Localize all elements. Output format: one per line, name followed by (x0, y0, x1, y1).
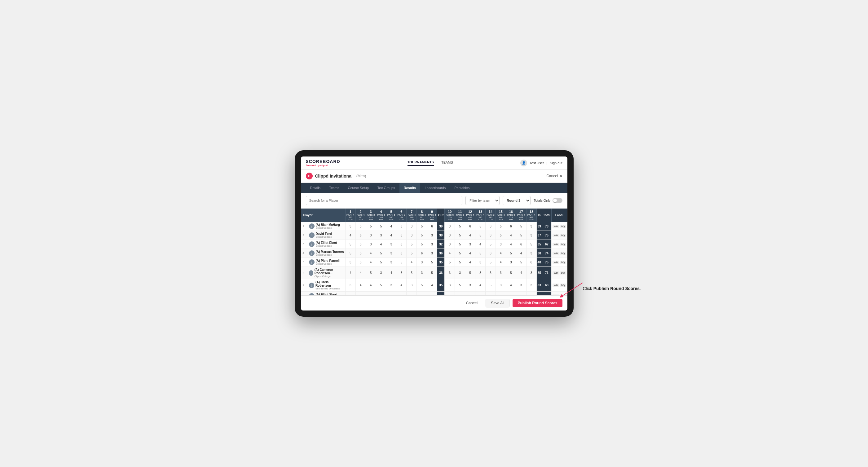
score-in-5[interactable]: 5 (486, 240, 496, 249)
score-out-9[interactable]: 3 (427, 240, 437, 249)
score-in-9[interactable]: 3 (526, 231, 536, 240)
filter-by-team-select[interactable]: Filter by team (465, 196, 500, 205)
score-in-1[interactable]: 3 (445, 231, 455, 240)
score-in-8[interactable]: 4 (516, 267, 526, 279)
tab-details[interactable]: Details (306, 183, 325, 193)
search-input[interactable] (306, 196, 463, 205)
score-in-2[interactable]: 5 (455, 231, 465, 240)
cancel-tournament-button[interactable]: Cancel ✕ (546, 174, 562, 178)
score-out-6[interactable]: 3 (396, 249, 407, 258)
toggle-switch[interactable] (553, 198, 562, 203)
score-in-5[interactable]: 3 (486, 249, 496, 258)
score-in-1[interactable]: 3 (445, 222, 455, 231)
score-out-1[interactable]: 4 (345, 231, 355, 240)
score-out-6[interactable]: 4 (396, 279, 407, 291)
score-out-8[interactable]: 5 (417, 291, 427, 295)
score-out-1[interactable]: 3 (345, 291, 355, 295)
score-in-5[interactable]: 3 (486, 267, 496, 279)
score-in-3[interactable]: 6 (465, 222, 475, 231)
score-in-8[interactable]: 6 (516, 240, 526, 249)
score-in-7[interactable]: 5 (506, 267, 516, 279)
score-in-2[interactable]: 5 (455, 249, 465, 258)
score-in-2[interactable]: 5 (455, 279, 465, 291)
score-out-4[interactable]: 5 (376, 249, 386, 258)
score-out-1[interactable]: 4 (345, 267, 355, 279)
tab-tee-groups[interactable]: Tee Groups (373, 183, 399, 193)
round-select[interactable]: Round 3 (503, 196, 530, 205)
score-out-1[interactable]: 3 (345, 222, 355, 231)
score-in-6[interactable]: 4 (496, 258, 506, 267)
score-in-1[interactable]: 4 (445, 249, 455, 258)
score-in-1[interactable]: 3 (445, 279, 455, 291)
score-in-2[interactable]: 5 (455, 240, 465, 249)
score-in-3[interactable]: 5 (465, 267, 475, 279)
score-out-5[interactable]: 3 (386, 240, 396, 249)
score-out-5[interactable]: 3 (386, 291, 396, 295)
score-in-5[interactable]: 3 (486, 291, 496, 295)
nav-teams[interactable]: TEAMS (441, 160, 453, 165)
tab-teams[interactable]: Teams (325, 183, 343, 193)
score-out-6[interactable]: 3 (396, 291, 407, 295)
score-in-6[interactable]: 3 (496, 240, 506, 249)
score-in-1[interactable]: 5 (445, 258, 455, 267)
score-out-3[interactable]: 3 (366, 231, 376, 240)
score-out-8[interactable]: 3 (417, 258, 427, 267)
score-out-2[interactable]: 3 (355, 258, 366, 267)
score-in-3[interactable]: 3 (465, 240, 475, 249)
sign-out-link[interactable]: Sign out (550, 161, 562, 165)
score-in-9[interactable]: 6 (526, 258, 536, 267)
score-in-9[interactable]: 3 (526, 222, 536, 231)
score-in-9[interactable]: 3 (526, 267, 536, 279)
score-in-3[interactable]: 3 (465, 291, 475, 295)
score-out-7[interactable]: 3 (407, 222, 417, 231)
score-out-8[interactable]: 5 (417, 231, 427, 240)
score-out-3[interactable]: 3 (366, 291, 376, 295)
score-out-6[interactable]: 5 (396, 258, 407, 267)
score-in-9[interactable]: 5 (526, 240, 536, 249)
score-out-4[interactable]: 4 (376, 240, 386, 249)
score-in-8[interactable]: 3 (516, 291, 526, 295)
score-in-8[interactable]: 3 (516, 279, 526, 291)
score-out-2[interactable]: 4 (355, 279, 366, 291)
score-in-7[interactable]: 4 (506, 240, 516, 249)
score-in-8[interactable]: 5 (516, 258, 526, 267)
score-in-4[interactable]: 3 (475, 258, 486, 267)
score-out-9[interactable]: 3 (427, 291, 437, 295)
score-out-8[interactable]: 3 (417, 267, 427, 279)
score-out-4[interactable]: 3 (376, 231, 386, 240)
score-out-2[interactable]: 3 (355, 249, 366, 258)
footer-cancel-button[interactable]: Cancel (461, 299, 483, 307)
score-out-9[interactable]: 3 (427, 231, 437, 240)
score-out-6[interactable]: 3 (396, 231, 407, 240)
score-in-7[interactable]: 4 (506, 231, 516, 240)
score-out-6[interactable]: 3 (396, 267, 407, 279)
score-in-4[interactable]: 5 (475, 222, 486, 231)
score-out-3[interactable]: 5 (366, 222, 376, 231)
score-out-3[interactable]: 4 (366, 258, 376, 267)
score-in-4[interactable]: 3 (475, 291, 486, 295)
score-out-4[interactable]: 5 (376, 222, 386, 231)
score-out-7[interactable]: 4 (407, 258, 417, 267)
score-in-7[interactable]: 3 (506, 258, 516, 267)
score-in-6[interactable]: 5 (496, 231, 506, 240)
score-in-1[interactable]: 3 (445, 291, 455, 295)
nav-tournaments[interactable]: TOURNAMENTS (407, 160, 434, 166)
score-in-7[interactable]: 4 (506, 279, 516, 291)
score-out-8[interactable]: 6 (417, 249, 427, 258)
score-out-5[interactable]: 3 (386, 258, 396, 267)
tab-course-setup[interactable]: Course Setup (344, 183, 373, 193)
save-all-button[interactable]: Save All (486, 299, 509, 307)
score-out-5[interactable]: 3 (386, 249, 396, 258)
score-in-7[interactable]: 4 (506, 291, 516, 295)
score-out-7[interactable]: 3 (407, 231, 417, 240)
score-in-9[interactable]: 3 (526, 249, 536, 258)
score-out-8[interactable]: 5 (417, 279, 427, 291)
score-out-5[interactable]: 4 (386, 231, 396, 240)
score-in-6[interactable]: 4 (496, 249, 506, 258)
score-out-3[interactable]: 4 (366, 279, 376, 291)
score-in-2[interactable]: 3 (455, 267, 465, 279)
score-in-4[interactable]: 5 (475, 249, 486, 258)
score-in-5[interactable]: 3 (486, 222, 496, 231)
score-in-4[interactable]: 4 (475, 240, 486, 249)
score-out-7[interactable]: 4 (407, 291, 417, 295)
